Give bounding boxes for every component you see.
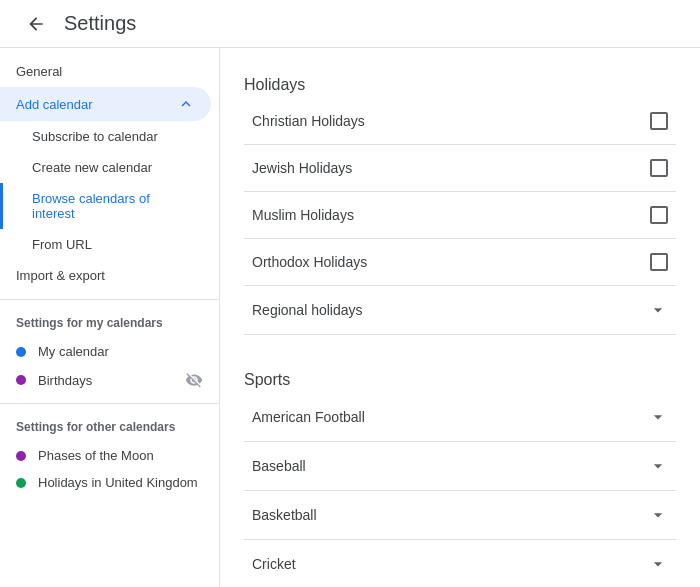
general-label: General (0, 56, 219, 87)
sidebar-item-add-calendar[interactable]: Add calendar (0, 87, 211, 121)
spacer-1 (244, 335, 676, 359)
phases-dot (16, 451, 26, 461)
main-layout: General Add calendar Subscribe to calend… (0, 48, 700, 587)
my-calendar-dot (16, 347, 26, 357)
sidebar-divider-1 (0, 299, 219, 300)
regional-holidays-chevron[interactable] (648, 300, 668, 320)
other-calendars-label: Settings for other calendars (0, 412, 219, 442)
my-calendars-label: Settings for my calendars (0, 308, 219, 338)
cricket-chevron[interactable] (648, 554, 668, 574)
muslim-holidays-checkbox[interactable] (650, 206, 668, 224)
sidebar-divider-2 (0, 403, 219, 404)
main-content: Holidays Christian Holidays Jewish Holid… (220, 48, 700, 587)
sidebar-sub-url[interactable]: From URL (0, 229, 211, 260)
holidays-uk-dot (16, 478, 26, 488)
sidebar-sub-subscribe[interactable]: Subscribe to calendar (0, 121, 211, 152)
sidebar-holidays-uk[interactable]: Holidays in United Kingdom (0, 469, 219, 496)
chevron-up-icon (177, 95, 195, 113)
baseball-row[interactable]: Baseball (244, 442, 676, 491)
app-header: Settings (0, 0, 700, 48)
sports-section-title: Sports (244, 359, 676, 393)
sidebar-sub-create[interactable]: Create new calendar (0, 152, 211, 183)
basketball-row[interactable]: Basketball (244, 491, 676, 540)
muslim-holidays-row[interactable]: Muslim Holidays (244, 192, 676, 239)
page-title: Settings (64, 12, 136, 35)
sidebar-birthdays[interactable]: Birthdays (0, 365, 219, 395)
orthodox-holidays-row[interactable]: Orthodox Holidays (244, 239, 676, 286)
visibility-off-icon (185, 371, 203, 389)
cricket-row[interactable]: Cricket (244, 540, 676, 587)
holidays-section-title: Holidays (244, 64, 676, 98)
jewish-holidays-checkbox[interactable] (650, 159, 668, 177)
sidebar-sub-browse[interactable]: Browse calendars of interest (0, 183, 211, 229)
baseball-chevron[interactable] (648, 456, 668, 476)
regional-holidays-row[interactable]: Regional holidays (244, 286, 676, 335)
orthodox-holidays-checkbox[interactable] (650, 253, 668, 271)
sidebar-my-calendar[interactable]: My calendar (0, 338, 219, 365)
christian-holidays-checkbox[interactable] (650, 112, 668, 130)
jewish-holidays-row[interactable]: Jewish Holidays (244, 145, 676, 192)
birthdays-dot (16, 375, 26, 385)
sidebar-item-import-export[interactable]: Import & export (0, 260, 211, 291)
add-calendar-label: Add calendar (16, 97, 93, 112)
sidebar-phases[interactable]: Phases of the Moon (0, 442, 219, 469)
sidebar: General Add calendar Subscribe to calend… (0, 48, 220, 587)
back-button[interactable] (16, 4, 56, 44)
american-football-row[interactable]: American Football (244, 393, 676, 442)
basketball-chevron[interactable] (648, 505, 668, 525)
christian-holidays-row[interactable]: Christian Holidays (244, 98, 676, 145)
american-football-chevron[interactable] (648, 407, 668, 427)
